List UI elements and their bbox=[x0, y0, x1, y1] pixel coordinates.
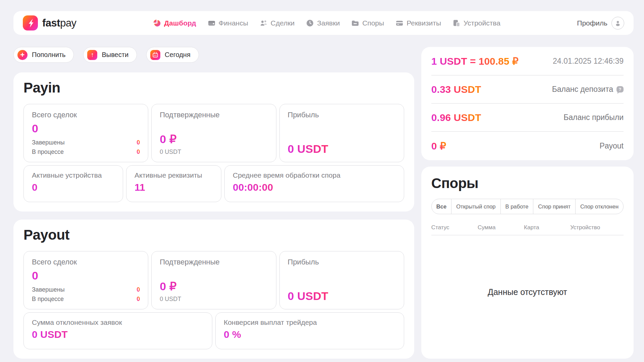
nav-label: Устройства bbox=[464, 19, 500, 27]
nav-label: Заявки bbox=[317, 19, 340, 27]
nav-item-dashboard[interactable]: Дашборд bbox=[153, 19, 196, 27]
row-label: Завершены bbox=[32, 139, 65, 146]
rejected-sum-card: Сумма отклоненных заявок 0 USDT bbox=[23, 312, 212, 349]
nav-label: Сделки bbox=[271, 19, 295, 27]
payout-mini-row: Сумма отклоненных заявок 0 USDT Конверси… bbox=[23, 312, 404, 349]
payout-confirmed-card: Подтвержденные 0 ₽ 0 USDT bbox=[151, 251, 276, 309]
card-rows: Завершены 0 В процессе 0 bbox=[32, 139, 140, 156]
clock-icon bbox=[306, 19, 314, 27]
arrow-up-icon: ↑ bbox=[87, 50, 97, 60]
brand-name: fastpay bbox=[42, 17, 76, 29]
tab-all[interactable]: Все bbox=[432, 199, 451, 214]
left-column: + Пополнить ↑ Вывести bbox=[13, 47, 414, 359]
card-label: Подтвержденные bbox=[160, 258, 268, 266]
brand-name-bold: fast bbox=[42, 17, 60, 29]
card-label: Конверсия выплат трейдера bbox=[224, 318, 396, 326]
tab-in-progress[interactable]: В работе bbox=[500, 199, 533, 214]
stat-row: Завершены 0 bbox=[32, 286, 140, 293]
date-filter-button[interactable]: Сегодня bbox=[146, 47, 199, 63]
card-label: Активные устройства bbox=[32, 171, 115, 179]
balance-panel: 1 USDT = 100.85 ₽ 24.01.2025 12:46:39 0.… bbox=[421, 47, 634, 160]
nav-label: Споры bbox=[362, 19, 384, 27]
nav-label: Реквизиты bbox=[407, 19, 441, 27]
disputes-table-header: Статус Сумма Карта Устройство bbox=[431, 224, 624, 235]
stat-row: В процессе 0 bbox=[32, 296, 140, 303]
payout-cards-row: Всего сделок 0 Завершены 0 В процессе 0 bbox=[23, 251, 404, 309]
card-value: 0 % bbox=[224, 329, 396, 340]
deposit-button-label: Пополнить bbox=[32, 51, 65, 59]
stat-row: Завершены 0 bbox=[32, 139, 140, 146]
folder-icon bbox=[351, 19, 359, 27]
withdraw-button[interactable]: ↑ Вывести bbox=[83, 47, 137, 63]
calendar-icon bbox=[150, 50, 160, 60]
profit-balance-value: 0.96 USDT bbox=[431, 112, 481, 123]
payin-profit-card: Прибыль 0 USDT bbox=[279, 104, 404, 162]
row-value: 0 bbox=[137, 286, 140, 293]
nav-item-devices[interactable]: Устройства bbox=[452, 19, 500, 27]
rate-row: 1 USDT = 100.85 ₽ 24.01.2025 12:46:39 bbox=[431, 47, 624, 75]
disputes-empty-state: Данные отсутствуют bbox=[431, 235, 624, 349]
tab-open-dispute[interactable]: Открытый спор bbox=[451, 199, 500, 214]
card-label: Подтвержденные bbox=[160, 111, 268, 119]
payin-cards-row: Всего сделок 0 Завершены 0 В процессе 0 bbox=[23, 104, 404, 162]
card-value: 0 bbox=[32, 269, 140, 282]
payout-balance-value: 0 ₽ bbox=[431, 140, 446, 152]
deposit-balance-label: Баланс депозита bbox=[552, 85, 613, 94]
row-label: В процессе bbox=[32, 148, 64, 156]
main-nav: Дашборд Финансы bbox=[153, 19, 500, 27]
nav-item-disputes[interactable]: Споры bbox=[351, 19, 384, 27]
payin-total-deals-card: Всего сделок 0 Завершены 0 В процессе 0 bbox=[23, 104, 148, 162]
tab-rejected[interactable]: Спор отклонен bbox=[575, 199, 623, 214]
card-value: 0 ₽ bbox=[160, 280, 268, 293]
brand-logo[interactable]: fastpay bbox=[23, 15, 76, 31]
nav-item-requests[interactable]: Заявки bbox=[306, 19, 340, 27]
nav-item-requisites[interactable]: Реквизиты bbox=[395, 19, 441, 27]
profile-button[interactable]: Профиль bbox=[577, 17, 624, 29]
card-label: Всего сделок bbox=[32, 111, 140, 119]
payout-balance-row: 0 ₽ Payout bbox=[431, 132, 624, 160]
rate-datetime: 24.01.2025 12:46:39 bbox=[553, 57, 624, 66]
nav-item-deals[interactable]: Сделки bbox=[260, 19, 295, 27]
actions-row: + Пополнить ↑ Вывести bbox=[13, 47, 414, 63]
card-value: 0 USDT bbox=[288, 142, 396, 156]
pie-chart-icon bbox=[153, 19, 161, 27]
nav-item-finances[interactable]: Финансы bbox=[208, 19, 248, 27]
payin-confirmed-card: Подтвержденные 0 ₽ 0 USDT bbox=[151, 104, 276, 162]
credit-card-icon bbox=[395, 19, 404, 27]
row-label: Завершены bbox=[32, 286, 65, 293]
dashboard-page: fastpay Дашборд bbox=[0, 0, 644, 359]
card-value: 0 bbox=[32, 182, 115, 193]
nav-label: Финансы bbox=[219, 19, 248, 27]
brand-name-light: pay bbox=[60, 17, 76, 29]
row-value: 0 bbox=[137, 139, 140, 146]
disputes-tabs: Все Открытый спор В работе Спор принят С… bbox=[431, 199, 624, 214]
devices-icon bbox=[452, 19, 461, 27]
payin-mini-row: Активные устройства 0 Активные реквизиты… bbox=[23, 165, 404, 202]
tab-accepted[interactable]: Спор принят bbox=[533, 199, 575, 214]
payout-total-deals-card: Всего сделок 0 Завершены 0 В процессе 0 bbox=[23, 251, 148, 309]
main-content: + Пополнить ↑ Вывести bbox=[13, 47, 634, 359]
card-label: Всего сделок bbox=[32, 258, 140, 266]
disputes-title: Споры bbox=[431, 175, 624, 191]
date-filter-label: Сегодня bbox=[165, 51, 191, 59]
card-value: 0 USDT bbox=[288, 290, 396, 303]
wallet-icon bbox=[208, 19, 216, 27]
topbar: fastpay Дашборд bbox=[13, 11, 634, 35]
stat-row: В процессе 0 bbox=[32, 148, 140, 156]
row-label: В процессе bbox=[32, 296, 64, 303]
right-column: 1 USDT = 100.85 ₽ 24.01.2025 12:46:39 0.… bbox=[421, 47, 634, 359]
card-rows: Завершены 0 В процессе 0 bbox=[32, 286, 140, 303]
profile-label: Профиль bbox=[577, 19, 607, 27]
conversion-card: Конверсия выплат трейдера 0 % bbox=[215, 312, 404, 349]
deposit-button[interactable]: + Пополнить bbox=[13, 47, 74, 63]
card-label: Сумма отклоненных заявок bbox=[32, 318, 204, 326]
help-tooltip-icon[interactable]: ? bbox=[616, 86, 624, 93]
deposit-balance-row: 0.33 USDT Баланс депозита ? bbox=[431, 75, 624, 104]
profit-balance-row: 0.96 USDT Баланс прибыли bbox=[431, 104, 624, 132]
card-value: 00:00:00 bbox=[233, 182, 396, 193]
payout-title: Payout bbox=[23, 227, 404, 243]
active-requisites-card: Активные реквизиты 11 bbox=[126, 165, 221, 202]
nav-label: Дашборд bbox=[164, 19, 196, 27]
card-label: Среднее время обработки спора bbox=[233, 171, 396, 179]
card-value: 0 USDT bbox=[32, 329, 204, 340]
